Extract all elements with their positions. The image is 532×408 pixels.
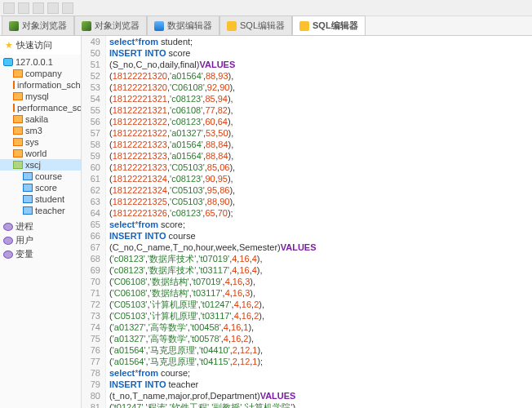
code-line[interactable]: 56(18122221322,'c08123',60,64), [82,116,532,127]
tree-label: 用户 [16,234,33,246]
line-number: 81 [82,401,106,408]
code-line[interactable]: 79INSERT INTO teacher [82,379,532,390]
code-line[interactable]: 50INSERT INTO score [82,47,532,59]
quick-access[interactable]: ★ 快速访问 [0,36,81,55]
code-line[interactable]: 67(C_no,C_name,T_no,hour,week,Semester)V… [82,242,532,253]
code-line[interactable]: 51(S_no,C_no,daily,final)VALUES [82,59,532,70]
toolbar-btn[interactable] [47,2,59,14]
tree-label: sakila [25,114,48,124]
tree-item[interactable]: world [0,148,81,159]
code-line[interactable]: 75('a01327','高等数学','t00578',4,16,2), [82,333,532,344]
folder-icon [13,81,15,89]
code-line[interactable]: 77('a01564','马克思原理','t04115',2,12,1); [82,356,532,367]
code-line[interactable]: 72('C05103','计算机原理','t01247',4,16,2), [82,299,532,310]
tab-icon [154,21,164,31]
line-number: 57 [82,127,106,139]
code-line[interactable]: 60(18122221323,'C05103',85,06), [82,162,532,173]
code-text: (C_no,C_name,T_no,hour,week,Semester)VAL… [106,242,317,253]
code-line[interactable]: 66INSERT INTO course [82,230,532,242]
tree-item[interactable]: sm3 [0,125,81,136]
code-line[interactable]: 70('C06108','数据结构','t07019',4,16,3), [82,276,532,287]
tab[interactable]: 数据编辑器 [147,16,219,35]
code-line[interactable]: 53(18122221320,'C06108',92,90), [82,82,532,93]
code-line[interactable]: 54(18122221321,'c08123',85,94), [82,93,532,104]
tree-label: performance_schema [17,103,82,113]
tree-item[interactable]: 变量 [0,247,81,261]
line-number: 77 [82,356,106,367]
code-line[interactable]: 59(18122221323,'a01564',88,84), [82,150,532,162]
line-number: 80 [82,390,106,401]
code-line[interactable]: 80(t_no,T_name,major,prof,Department)VAL… [82,390,532,401]
tree-item[interactable]: performance_schema [0,102,81,113]
tree-item[interactable]: sakila [0,113,81,125]
code-line[interactable]: 69('c08123','数据库技术','t03117',4,16,4), [82,264,532,276]
tree-item[interactable]: xscj [0,159,81,171]
code-line[interactable]: 74('a01327','高等数学','t00458',4,16,1), [82,322,532,333]
tree-item[interactable]: 用户 [0,233,81,247]
code-line[interactable]: 63(18122221325,'C05103',88,90), [82,196,532,207]
line-number: 73 [82,310,106,322]
code-line[interactable]: 76('a01564','马克思原理','t04410',2,12,1), [82,344,532,356]
line-number: 58 [82,139,106,150]
code-line[interactable]: 62(18122221324,'C05103',95,86), [82,184,532,196]
line-number: 66 [82,230,106,242]
tree-item[interactable]: company [0,68,81,79]
folder-icon [3,251,13,259]
toolbar-btn[interactable] [33,2,44,14]
tree-item[interactable]: mysql [0,91,81,102]
code-line[interactable]: 58(18122221323,'a01564',88,84), [82,139,532,150]
folder-icon [23,172,33,180]
tree-item[interactable]: course [0,171,81,182]
toolbar-btn[interactable] [18,2,29,14]
tree-item[interactable]: information_schema [0,79,81,91]
tree-item[interactable]: teacher [0,205,81,216]
code-line[interactable]: 55(18122221321,'c06108',77,82), [82,104,532,116]
tab[interactable]: 对象浏览器 [74,16,147,35]
sql-editor[interactable]: 49select*from student;50INSERT INTO scor… [82,36,532,408]
code-text: (18122221320,'C06108',92,90), [106,82,235,93]
code-line[interactable]: 52(18122221320,'a01564',88,93), [82,70,532,82]
tree-item[interactable]: 127.0.0.1 [0,56,81,68]
code-line[interactable]: 78select*from course; [82,367,532,379]
code-text: INSERT INTO teacher [106,379,198,390]
code-text: ('t01247','程涛','软件工程','副教授','计算机学院'), [106,401,298,408]
code-line[interactable]: 68('c08123','数据库技术','t07019',4,16,4), [82,253,532,264]
code-line[interactable]: 61(18122221324,'c08123',90,95), [82,173,532,184]
tree-label: company [25,69,62,78]
line-number: 63 [82,196,106,207]
code-text: (18122221323,'a01564',88,84), [106,139,233,150]
code-text: (S_no,C_no,daily,final)VALUES [106,59,235,70]
toolbar [0,0,532,16]
code-line[interactable]: 64(18122221326,'c08123',65,70); [82,207,532,219]
tab[interactable]: SQL编辑器 [219,16,292,35]
code-line[interactable]: 71('C06108','数据结构','t03117',4,16,3), [82,287,532,299]
tree-label: 变量 [16,248,33,260]
code-text: ('c08123','数据库技术','t03117',4,16,4), [106,264,263,276]
tree-item[interactable]: 进程 [0,220,81,233]
code-text: ('a01564','马克思原理','t04410',2,12,1), [106,344,263,356]
tab[interactable]: SQL编辑器 [292,16,366,35]
line-number: 68 [82,253,106,264]
line-number: 69 [82,264,106,276]
line-number: 62 [82,184,106,196]
tree-item[interactable]: sys [0,136,81,148]
code-text: ('a01327','高等数学','t00578',4,16,2), [106,333,254,344]
code-line[interactable]: 73('C05103','计算机原理','t03117',4,16,2), [82,310,532,322]
tree-label: teacher [35,206,65,215]
tab-icon [227,21,237,31]
line-number: 56 [82,116,106,127]
line-number: 55 [82,104,106,116]
tab[interactable]: 对象浏览器 [2,16,74,35]
toolbar-btn[interactable] [62,2,73,14]
toolbar-btn[interactable] [3,2,15,14]
tab-label: SQL编辑器 [313,20,358,32]
tree-item[interactable]: score [0,182,81,193]
code-line[interactable]: 65select*from score; [82,219,532,230]
tree-item[interactable]: student [0,193,81,205]
code-text: (t_no,T_name,major,prof,Department)VALUE… [106,390,295,401]
code-line[interactable]: 81('t01247','程涛','软件工程','副教授','计算机学院'), [82,401,532,408]
code-line[interactable]: 57(18122221322,'a01327',53,50), [82,127,532,139]
tree-label: mysql [25,91,49,101]
code-line[interactable]: 49select*from student; [82,36,532,47]
tree-label: world [25,149,47,158]
